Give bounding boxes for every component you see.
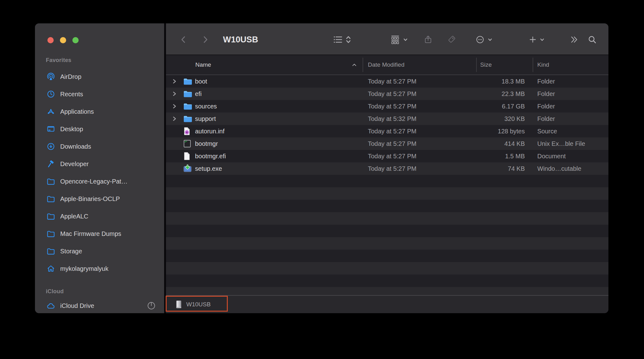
chevron-left-icon [180,36,186,44]
file-kind: Source [537,125,557,137]
folder-blue-icon [183,103,193,110]
sidebar-item-airdrop[interactable]: AirDrop [35,68,164,85]
list-header: Name Date Modified Size Kind [166,55,608,75]
file-date-modified: Today at 5:27 PM [368,88,417,100]
folder-icon [46,229,56,238]
appstore-icon [46,107,56,116]
row-stripe [166,237,608,250]
file-row-sources[interactable]: sourcesToday at 5:27 PM6.17 GBFolder [166,100,608,112]
file-row-bootmgr[interactable]: bootmgrToday at 5:27 PM414 KBUnix Ex…ble… [166,137,608,150]
back-button[interactable] [180,36,186,44]
sidebar-item-label: Downloads [60,143,91,150]
file-size: 18.3 MB [476,75,525,88]
sidebar-item-label: AirDrop [60,73,81,80]
column-header-date-modified[interactable]: Date Modified [368,55,404,74]
sidebar-item-apple-binaries-oclp[interactable]: Apple-Binaries-OCLP [35,190,164,208]
file-size: 74 KB [476,162,525,175]
sidebar-item-recents[interactable]: Recents [35,85,164,103]
sidebar-item-storage[interactable]: Storage [35,242,164,260]
disclosure-chevron-icon[interactable] [172,79,177,84]
sidebar-item-mac-firmware-dumps[interactable]: Mac Firmware Dumps [35,225,164,242]
file-row-bootmgr-efi[interactable]: bootmgr.efiToday at 5:27 PM1.5 MBDocumen… [166,150,608,162]
sidebar-item-label: Storage [60,248,82,255]
forward-button[interactable] [203,36,208,44]
file-size: 128 bytes [476,125,525,137]
file-kind: Folder [537,100,555,112]
add-button[interactable] [529,36,545,44]
more-ellipsis-icon [476,35,485,44]
chevron-down-icon [540,37,545,42]
share-button[interactable] [424,35,432,44]
file-date-modified: Today at 5:27 PM [368,75,417,88]
sidebar-item-desktop[interactable]: Desktop [35,120,164,138]
file-row-autorun-inf[interactable]: autorun.infToday at 5:27 PM128 bytesSour… [166,125,608,137]
file-date-modified: Today at 5:27 PM [368,150,417,162]
path-bar: W10USB [166,295,608,313]
annotation-highlight-box [166,296,228,312]
disclosure-chevron-icon[interactable] [172,103,177,109]
file-kind: Document [537,150,566,162]
column-divider[interactable] [476,58,477,72]
column-header-kind[interactable]: Kind [537,55,549,74]
sidebar-item-developer[interactable]: Developer [35,155,164,173]
toolbar-overflow-button[interactable] [569,36,578,44]
tag-button[interactable] [447,35,456,44]
folder-icon [46,212,56,221]
file-kind: Folder [537,88,555,100]
view-options-button[interactable] [333,35,352,44]
share-icon [424,35,432,44]
sidebar-item-label: iCloud Drive [60,302,94,309]
file-name: autorun.inf [195,125,225,137]
windows-executable-icon [183,165,192,173]
row-stripe [166,200,608,212]
sidebar-item-applications[interactable]: Applications [35,103,164,120]
chevron-down-icon [403,37,408,42]
column-header-size[interactable]: Size [480,55,492,74]
file-row-boot[interactable]: bootToday at 5:27 PM18.3 MBFolder [166,75,608,88]
chevron-down-icon [488,37,493,42]
cloud-icon [46,301,56,310]
file-row-setup-exe[interactable]: setup.exeToday at 5:27 PM74 KBWindo…cuta… [166,162,608,175]
sidebar-item-label: Opencore-Legacy-Pat… [60,178,128,185]
row-stripe [166,275,608,287]
folder-blue-icon [183,78,193,85]
file-row-efi[interactable]: efiToday at 5:27 PM22.3 MBFolder [166,88,608,100]
file-row-support[interactable]: supportToday at 5:32 PM320 KBFolder [166,112,608,125]
home-icon [46,264,56,273]
file-size: 414 KB [476,137,525,150]
sidebar-section-label: Favorites [46,56,164,65]
download-circle-icon [46,142,56,151]
folder-blue-icon [183,90,193,98]
folder-blue-icon [183,115,193,123]
column-header-name[interactable]: Name [195,55,211,74]
file-kind: Windo…cutable [537,162,581,175]
list-view-icon [333,36,343,44]
folder-icon [46,194,56,203]
folder-icon [46,247,56,256]
sidebar-item-downloads[interactable]: Downloads [35,138,164,155]
window-title: W10USB [223,35,258,45]
sidebar-item-applealc[interactable]: AppleALC [35,208,164,225]
sidebar-item-label: Applications [60,108,94,115]
sidebar-item-mykolagrymalyuk[interactable]: mykolagrymalyuk [35,260,164,277]
sidebar-item-icloud-drive[interactable]: iCloud Drive [35,297,164,313]
file-name: support [195,112,216,125]
column-divider[interactable] [533,58,533,72]
sidebar: FavoritesAirDropRecentsApplicationsDeskt… [35,23,164,313]
double-chevron-icon [569,36,578,44]
sidebar-item-label: mykolagrymalyuk [60,265,108,272]
sidebar-item-label: Developer [60,160,89,168]
search-button[interactable] [588,35,597,44]
disclosure-chevron-icon[interactable] [172,116,177,122]
file-size: 6.17 GB [476,100,525,112]
file-size: 320 KB [476,112,525,125]
disclosure-chevron-icon[interactable] [172,91,177,97]
sidebar-item-opencore-legacy-pat-[interactable]: Opencore-Legacy-Pat… [35,173,164,190]
more-actions-button[interactable] [476,35,493,44]
file-kind: Unix Ex…ble File [537,137,585,150]
airdrop-icon [46,72,56,81]
group-button[interactable] [390,35,408,44]
file-name: bootmgr [195,137,218,150]
sort-ascending-icon [352,63,357,67]
column-divider[interactable] [363,58,363,72]
